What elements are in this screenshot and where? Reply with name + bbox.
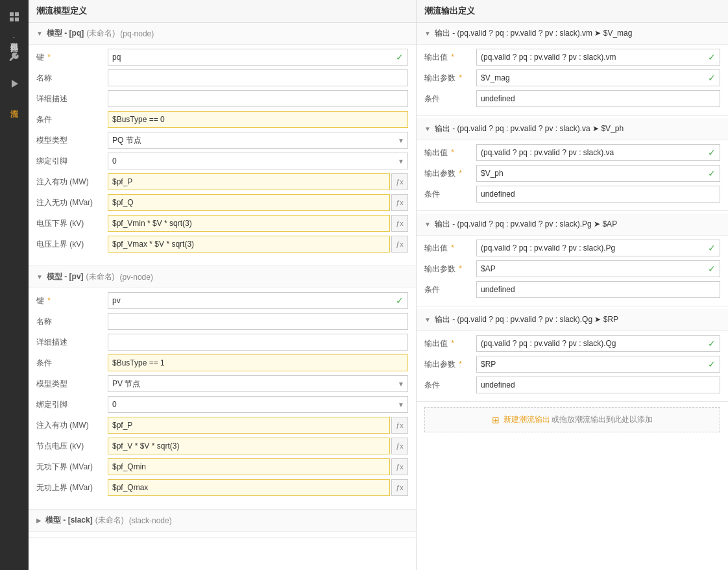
pq-voltageupper-fx[interactable]: ƒx [391,236,408,253]
pq-activepower-label: 注入有功 (MW) [36,177,108,188]
pv-reactivelower-row: 无功下界 (MVar) ƒx [36,458,408,475]
output2-header-text: 输出 - (pq.valid ? pq : pv.valid ? pv : sl… [435,123,624,134]
pv-reactivelower-input[interactable] [108,458,390,475]
pq-reactivepower-input[interactable] [108,194,390,211]
sidebar-icon-play[interactable] [3,72,26,95]
pv-reactiveupper-input[interactable] [108,479,390,496]
output1-param-row: 输出参数 * ✓ [424,69,720,86]
add-output-area[interactable]: ⊞ 新建潮流输出 或拖放潮流输出到此处以添加 [424,407,720,432]
output3-value-check: ✓ [708,243,720,253]
pq-desc-input[interactable] [108,90,408,107]
section-pv-header[interactable]: ▼ 模型 - [pv] (未命名) (pv-node) [29,266,416,288]
output3-condition-input[interactable] [476,281,720,298]
pq-bindpin-select[interactable]: 012 [108,153,408,169]
pq-voltagelower-label: 电压下界 (kV) [36,218,108,229]
output2-param-wrapper: ✓ [476,165,720,182]
pv-activepower-fx[interactable]: ƒx [391,417,408,434]
model-slack-label: 模型 - [slack] [45,515,93,526]
pq-condition-row: 条件 [36,111,408,128]
pq-activepower-input[interactable] [108,173,390,190]
output4-value-row: 输出值 * ✓ [424,335,720,352]
pv-nodevoltage-row: 节点电压 (kV) ƒx [36,438,408,454]
sidebar-icon-grid[interactable] [3,5,26,29]
output4-value-input[interactable] [477,338,708,349]
pv-nodevoltage-fx[interactable]: ƒx [391,438,408,454]
output3-header-text: 输出 - (pq.valid ? pq : pv.valid ? pv : sl… [435,219,617,230]
right-panel-header: 潮流输出定义 [417,0,728,23]
output1-param-input[interactable] [477,72,708,84]
pv-name-input[interactable] [108,313,408,330]
section-pq-header[interactable]: ▼ 模型 - [pq] (未命名) (pq-node) [29,23,416,45]
model-pq-unnamed: (未命名) [86,28,115,39]
pv-nodevoltage-input[interactable] [108,438,390,454]
pv-reactivelower-fx[interactable]: ƒx [391,458,408,475]
output4-value-label: 输出值 * [424,338,476,349]
pv-desc-input[interactable] [108,334,408,351]
sidebar: 电磁暂态·内置 潮流 [0,0,29,570]
output3-param-row: 输出参数 * ✓ [424,260,720,277]
sidebar-item-powerflow[interactable]: 潮流 [6,98,23,108]
output4-param-label: 输出参数 * [424,359,476,370]
output-section-2-header[interactable]: ▼ 输出 - (pq.valid ? pq : pv.valid ? pv : … [417,118,728,140]
pq-name-row: 名称 [36,69,408,86]
pq-desc-label: 详细描述 [36,93,108,105]
output-section-4-header[interactable]: ▼ 输出 - (pq.valid ? pq : pv.valid ? pv : … [417,309,728,331]
pq-bindpin-row: 绑定引脚 012 ▼ [36,153,408,169]
output2-form: 输出值 * ✓ 输出参数 * ✓ [417,140,728,210]
output4-param-check: ✓ [708,359,720,369]
sidebar-item-electromagnetic[interactable]: 电磁暂态·内置 [6,31,23,43]
pq-voltagelower-input[interactable] [108,215,390,232]
pv-key-input[interactable] [108,295,396,306]
pq-modeltype-select[interactable]: PQ 节点 PV 节点 Slack 节点 [108,132,408,149]
pv-modeltype-select-wrapper: PQ 节点 PV 节点 Slack 节点 ▼ [108,375,408,392]
output2-value-wrapper: ✓ [476,144,720,161]
add-output-link[interactable]: 新建潮流输出 [504,414,550,425]
output3-form: 输出值 * ✓ 输出参数 * ✓ [417,236,728,306]
pq-key-input[interactable] [108,51,396,63]
pv-nodevoltage-label: 节点电压 (kV) [36,441,108,452]
output1-value-check: ✓ [708,52,720,62]
pq-voltageupper-input[interactable] [108,236,390,253]
pq-key-check: ✓ [396,52,407,62]
pq-condition-input[interactable] [108,111,408,128]
svg-rect-2 [10,18,14,21]
output-section-1-header[interactable]: ▼ 输出 - (pq.valid ? pq : pv.valid ? pv : … [417,23,728,45]
output2-param-input[interactable] [477,167,708,179]
pv-reactiveupper-fx[interactable]: ƒx [391,479,408,496]
pv-bindpin-select[interactable]: 012 [108,396,408,413]
sidebar-icon-wrench[interactable] [3,46,26,69]
pv-reactivelower-label: 无功下界 (MVar) [36,462,108,473]
pq-reactivepower-label: 注入无功 (MVar) [36,197,108,208]
pv-activepower-input[interactable] [108,417,390,434]
output1-value-label: 输出值 * [424,52,476,63]
pv-activepower-label: 注入有功 (MW) [36,420,108,431]
pq-name-input[interactable] [108,69,408,86]
pq-reactivepower-fx[interactable]: ƒx [391,194,408,211]
pv-condition-input[interactable] [108,354,408,371]
output3-value-input[interactable] [477,242,708,254]
output2-value-input[interactable] [477,147,708,158]
chevron-output4: ▼ [424,316,431,323]
output1-value-wrapper: ✓ [476,49,720,66]
pv-modeltype-select[interactable]: PQ 节点 PV 节点 Slack 节点 [108,375,408,392]
output-section-3-header[interactable]: ▼ 输出 - (pq.valid ? pq : pv.valid ? pv : … [417,214,728,236]
output3-param-label: 输出参数 * [424,264,476,275]
pq-form-body: 键 * ✓ 名称 详细描述 [29,45,416,260]
output1-condition-row: 条件 [424,90,720,107]
output4-param-input[interactable] [477,358,708,370]
pv-desc-label: 详细描述 [36,337,108,348]
left-panel-header: 潮流模型定义 [29,0,416,23]
pv-key-check: ✓ [396,295,407,306]
output2-param-label: 输出参数 * [424,168,476,179]
output1-value-input[interactable] [477,51,708,63]
output1-param-wrapper: ✓ [476,69,720,86]
output2-condition-input[interactable] [476,186,720,203]
pq-modeltype-label: 模型类型 [36,135,108,146]
section-slack-header[interactable]: ▶ 模型 - [slack] (未命名) (slack-node) [29,510,416,532]
output4-condition-input[interactable] [476,377,720,393]
pq-activepower-fx[interactable]: ƒx [391,173,408,190]
output1-condition-input[interactable] [476,90,720,107]
section-slack: ▶ 模型 - [slack] (未命名) (slack-node) [29,510,416,538]
output3-param-input[interactable] [477,263,708,275]
pq-voltagelower-fx[interactable]: ƒx [391,215,408,232]
